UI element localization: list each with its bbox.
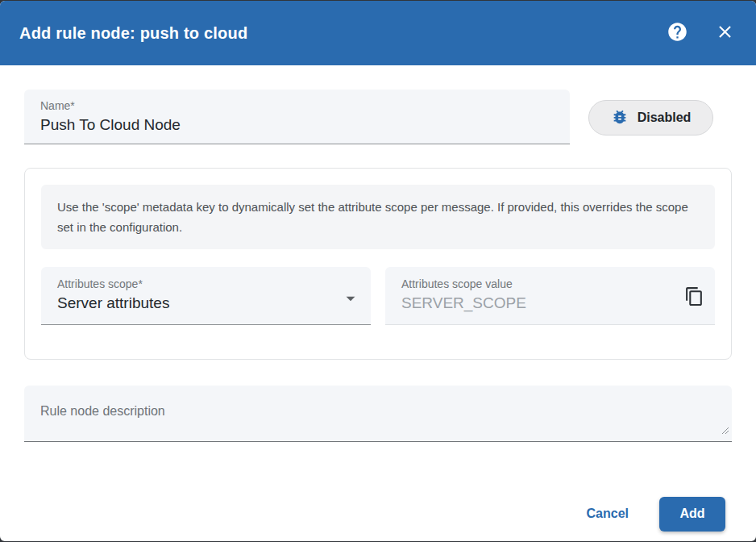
rule-node-description-input[interactable] <box>24 386 732 441</box>
close-icon <box>715 22 735 44</box>
name-input[interactable] <box>40 113 554 137</box>
copy-button[interactable] <box>684 286 704 309</box>
name-field-label: Name* <box>40 98 554 113</box>
name-row: Name* Disabled <box>24 90 732 144</box>
add-button[interactable]: Add <box>659 497 725 532</box>
scope-hint-text: Use the 'scope' metadata key to dynamica… <box>41 185 715 249</box>
bug-report-icon <box>611 108 629 128</box>
attributes-scope-label: Attributes scope* <box>57 277 355 291</box>
debug-chip-zone: Disabled <box>570 90 732 136</box>
attributes-scope-select[interactable]: Attributes scope* Server attributes <box>41 267 371 325</box>
help-icon <box>667 21 688 45</box>
dialog-title: Add rule node: push to cloud <box>19 24 667 43</box>
content-copy-icon <box>684 286 704 309</box>
dialog-header: Add rule node: push to cloud <box>0 1 756 65</box>
cancel-button[interactable]: Cancel <box>572 498 643 529</box>
arrow-drop-down-icon <box>340 288 361 312</box>
add-rule-node-dialog: Add rule node: push to cloud Name* <box>0 1 756 541</box>
debug-mode-chip[interactable]: Disabled <box>588 100 714 136</box>
attributes-scope-value-field: Attributes scope value SERVER_SCOPE <box>385 267 715 325</box>
close-button[interactable] <box>715 22 735 44</box>
dialog-footer: Cancel Add <box>24 494 732 541</box>
attributes-scope-value-label: Attributes scope value <box>401 277 699 291</box>
attributes-scope-value-placeholder: SERVER_SCOPE <box>401 291 699 315</box>
debug-chip-label: Disabled <box>638 110 692 125</box>
config-card: Use the 'scope' metadata key to dynamica… <box>24 168 732 360</box>
dialog-body: Name* Disabled Use the 'scope' metadata … <box>0 65 756 541</box>
name-field[interactable]: Name* <box>24 90 570 144</box>
rule-node-description-field[interactable] <box>24 386 732 442</box>
attributes-scope-value: Server attributes <box>57 291 355 315</box>
help-button[interactable] <box>667 21 688 45</box>
scope-fields-row: Attributes scope* Server attributes Attr… <box>41 267 715 325</box>
